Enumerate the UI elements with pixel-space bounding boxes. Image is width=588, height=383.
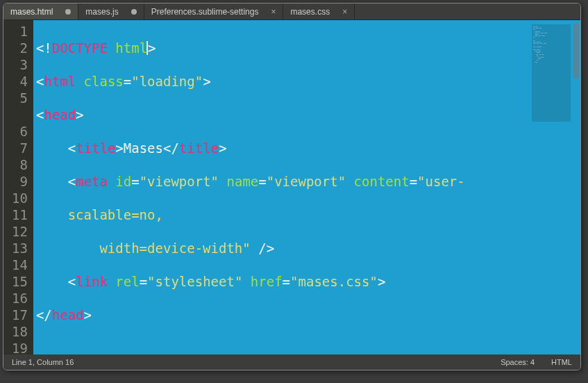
line-number: 14 <box>12 256 28 273</box>
tab-label: Preferences.sublime-settings <box>151 7 259 17</box>
code-line <box>35 340 580 355</box>
code-line: <!DOCTYPE html> <box>35 40 580 56</box>
code-line: <head> <box>35 106 580 123</box>
line-number: 1 <box>12 23 28 40</box>
tab-mases-css[interactable]: mases.css × <box>283 3 355 19</box>
line-number-wrap <box>12 106 28 123</box>
line-number: 16 <box>12 290 28 307</box>
line-number: 19 <box>12 340 28 355</box>
editor-main: 1 2 3 4 5 6 7 8 9 10 11 12 13 14 15 16 1… <box>3 20 580 355</box>
status-indent[interactable]: Spaces: 4 <box>501 358 535 366</box>
close-icon[interactable]: × <box>271 7 276 17</box>
tab-mases-js[interactable]: mases.js <box>78 3 144 19</box>
code-line: width=device-width" /> <box>35 240 580 256</box>
line-number: 15 <box>12 273 28 290</box>
status-position[interactable]: Line 1, Column 16 <box>12 358 74 366</box>
line-gutter: 1 2 3 4 5 6 7 8 9 10 11 12 13 14 15 16 1… <box>3 20 33 355</box>
line-number: 10 <box>12 190 28 206</box>
code-line: <link rel="stylesheet" href="mases.css"> <box>35 273 580 290</box>
tab-label: mases.html <box>10 7 53 17</box>
status-syntax[interactable]: HTML <box>551 358 572 366</box>
code-line: <title>Mases</title> <box>35 140 580 156</box>
tab-preferences[interactable]: Preferences.sublime-settings × <box>144 3 284 19</box>
close-icon[interactable]: × <box>342 7 347 17</box>
code-line: </head> <box>35 307 580 323</box>
line-number: 12 <box>12 223 28 240</box>
tab-label: mases.js <box>85 7 118 17</box>
line-number: 4 <box>12 73 28 90</box>
editor-window: mases.html mases.js Preferences.sublime-… <box>3 3 581 370</box>
line-number: 9 <box>12 173 28 190</box>
line-number: 8 <box>12 156 28 173</box>
code-line: <meta id="viewport" name="viewport" cont… <box>35 173 580 190</box>
line-number: 17 <box>12 307 28 323</box>
tab-dirty-icon <box>65 9 71 15</box>
status-bar: Line 1, Column 16 Spaces: 4 HTML <box>3 355 580 370</box>
line-number: 5 <box>12 90 28 106</box>
tab-dirty-icon <box>131 9 137 15</box>
scrollbar-thumb[interactable] <box>573 23 579 79</box>
line-number: 13 <box>12 240 28 256</box>
line-number: 6 <box>12 123 28 140</box>
code-line: scalable=no, <box>35 206 580 223</box>
code-area[interactable]: <!DOCTYPE html> <html class="loading"> <… <box>33 20 580 355</box>
line-number: 3 <box>12 56 28 73</box>
line-number: 2 <box>12 40 28 56</box>
tab-label: mases.css <box>290 7 330 17</box>
line-number: 7 <box>12 140 28 156</box>
tab-mases-html[interactable]: mases.html <box>3 3 78 19</box>
tab-bar: mases.html mases.js Preferences.sublime-… <box>3 3 580 20</box>
minimap[interactable]: ▬▬▬ ▬▬ ▬▬ ▬▬▬ ▬▬▬ ▬▬ ▬▬▬▬▬▬ ▬▬▬ ▬▬ ▬▬▬ ▬… <box>532 24 571 122</box>
code-line: <html class="loading"> <box>35 73 580 90</box>
line-number: 18 <box>12 323 28 340</box>
line-number: 11 <box>12 206 28 223</box>
